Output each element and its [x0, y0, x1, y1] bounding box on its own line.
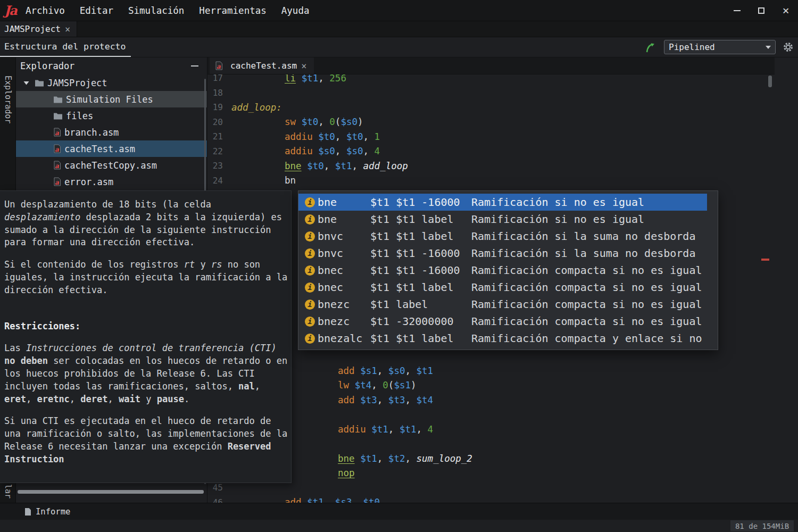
menu-item-archivo[interactable]: Archivo	[18, 0, 72, 21]
code-line-20[interactable]: 20sw $t0, 0($s0)	[207, 115, 775, 130]
code-line-40[interactable]: 40	[207, 408, 775, 422]
autocomplete-item-3[interactable]: ibnvc$t1 $t1 labelRamificación si la sum…	[298, 228, 707, 245]
token-kw: addiu	[285, 146, 313, 156]
autocomplete-item-8[interactable]: ibnezc$t1 -32000000Ramificación compacta…	[298, 313, 707, 330]
menu-item-herramientas[interactable]: Herramientas	[192, 0, 273, 21]
token-plain: ,	[388, 424, 400, 435]
chevron-expanded-icon[interactable]	[23, 81, 29, 85]
token-plain: ,	[405, 453, 416, 464]
token-reg: $t3	[388, 395, 405, 405]
token-plain: (	[335, 117, 341, 127]
code-line-37[interactable]: 37add $s1, $s0, $t1	[207, 363, 775, 378]
project-tab[interactable]: JAMSProject ×	[0, 21, 77, 37]
token-labelref: add_loop	[363, 161, 408, 171]
token-kw: add	[338, 365, 355, 376]
token-plain	[355, 453, 361, 464]
close-button[interactable]: ×	[774, 0, 798, 21]
instruction-name: bnezc	[318, 315, 370, 328]
token-plain: )	[358, 117, 363, 127]
instruction-name: bnec	[318, 281, 370, 294]
simulation-mode-select[interactable]: Pipelined	[664, 40, 776, 54]
strip-tab-explorador[interactable]: Explorador	[3, 76, 13, 123]
editor-scrollbar-thumb[interactable]	[768, 76, 772, 87]
toolbar: Estructura del protecto Pipelined	[0, 37, 798, 57]
autocomplete-item-9[interactable]: ibnezalc$t1 $t1 labelRamificación compac…	[298, 330, 707, 347]
token-plain: bn	[285, 175, 296, 186]
menu-item-simulacion[interactable]: Simulación	[121, 0, 192, 21]
token-kw: sw	[285, 117, 296, 127]
instruction-name: bnezalc	[318, 332, 370, 345]
autocomplete-item-1[interactable]: ibne$t1 $t1 -16000Ramificación si no es …	[298, 194, 707, 211]
autocomplete-item-6[interactable]: ibnec$t1 $t1 labelRamificación compacta …	[298, 279, 707, 296]
asm-file-icon: a	[215, 61, 223, 70]
code-line-43[interactable]: 43bne $t1, $t2, sum_loop_2	[207, 451, 775, 466]
maximize-button[interactable]	[749, 0, 774, 21]
code-line-42[interactable]: 42	[207, 437, 775, 452]
editor-tab-close-icon[interactable]: ×	[301, 61, 306, 71]
menu-item-editar[interactable]: Editar	[72, 0, 121, 21]
token-kw: lw	[338, 380, 349, 390]
code-content: bn	[228, 175, 296, 186]
line-number: 18	[207, 88, 228, 98]
code-line-36[interactable]: 36	[207, 349, 775, 364]
tree-item-branch-asm[interactable]: abranch.asm	[16, 124, 207, 140]
autocomplete-item-5[interactable]: ibnec$t1 $t1 -16000Ramificación compacta…	[298, 262, 707, 279]
token-plain: ,	[405, 365, 416, 376]
instruction-params: $t1 $t1 label	[370, 230, 471, 243]
instruction-description: Ramificación compacta si no es igual	[471, 315, 707, 328]
tree-item-error-asm[interactable]: aerror.asm	[16, 173, 207, 190]
folder-icon	[35, 79, 44, 87]
token-plain: ,	[318, 117, 329, 127]
line-number: 19	[207, 102, 228, 112]
collapse-panel-button[interactable]	[191, 65, 198, 66]
code-line-41[interactable]: 41addiu $t1, $t1, 4	[207, 422, 775, 437]
code-content: bne $t0, $t1, add_loop	[228, 161, 408, 171]
token-reg: $s1	[360, 365, 377, 376]
code-line-24[interactable]: 24bn	[207, 173, 775, 188]
code-line-46[interactable]: 46add $t1, $s3, $t0	[207, 495, 775, 503]
tree-item-cachetestcopy-asm[interactable]: acacheTestCopy.asm	[16, 157, 207, 173]
autocomplete-item-2[interactable]: ibne$t1 $t1 labelRamificación si no es i…	[298, 211, 707, 228]
svg-text:a: a	[55, 129, 59, 137]
autocomplete-item-7[interactable]: ibnezc$t1 labelRamificación compacta si …	[298, 296, 707, 313]
explorer-header: Explorador	[16, 57, 207, 74]
token-reg: $t1	[307, 497, 324, 503]
tree-item-jamsproject[interactable]: JAMSProject	[16, 74, 207, 91]
project-tab-close-icon[interactable]: ×	[65, 24, 70, 35]
minimize-button[interactable]	[725, 0, 749, 21]
report-toggle[interactable]: Informe	[36, 507, 70, 517]
error-marker[interactable]	[761, 259, 769, 261]
code-content: add_loop:	[228, 102, 282, 113]
tree-item-label: cacheTestCopy.asm	[64, 160, 157, 171]
code-line-38[interactable]: 38lw $t4, 0($s1)	[207, 378, 775, 393]
strip-tab-bottom[interactable]: lar	[3, 484, 13, 498]
tree-item-files[interactable]: files	[16, 107, 207, 124]
code-content: addiu $t0, $t0, 1	[228, 131, 380, 142]
mode-select-value: Pipelined	[669, 42, 715, 52]
token-plain	[349, 380, 355, 390]
editor-tab-cachetest[interactable]: a cacheTest.asm ×	[210, 57, 314, 74]
token-num: 1	[375, 131, 380, 142]
token-reg: $t3	[360, 395, 377, 405]
line-number: 20	[207, 117, 228, 127]
settings-gear-icon[interactable]	[783, 41, 794, 53]
explorer-horizontal-scrollbar[interactable]	[18, 490, 204, 494]
code-line-18[interactable]: 18	[207, 86, 775, 101]
autocomplete-item-4[interactable]: ibnvc$t1 $t1 -16000Ramificación si la su…	[298, 245, 707, 262]
token-reg: $t1	[400, 424, 417, 435]
code-line-19[interactable]: 19add_loop:	[207, 100, 775, 115]
tree-item-cachetest-asm[interactable]: acacheTest.asm	[16, 140, 207, 157]
code-line-21[interactable]: 21addiu $t0, $t0, 1	[207, 129, 775, 144]
svg-text:a: a	[55, 162, 59, 170]
code-line-22[interactable]: 22addiu $s0, $s0, 4	[207, 144, 775, 159]
maximize-icon	[758, 7, 764, 14]
instruction-params: $t1 $t1 label	[370, 281, 471, 294]
code-line-39[interactable]: 39add $t3, $t3, $t4	[207, 393, 775, 408]
code-line-23[interactable]: 23bne $t0, $t1, add_loop	[207, 159, 775, 173]
tree-item-simulation-files[interactable]: Simulation Files	[16, 91, 207, 107]
memory-indicator[interactable]: 81 de 154MiB	[730, 520, 794, 531]
tab-structure[interactable]: Estructura del protecto	[0, 37, 131, 57]
code-line-45[interactable]: 45	[207, 480, 775, 495]
menu-item-ayuda[interactable]: Ayuda	[274, 0, 317, 21]
code-line-44[interactable]: 44nop	[207, 466, 775, 481]
